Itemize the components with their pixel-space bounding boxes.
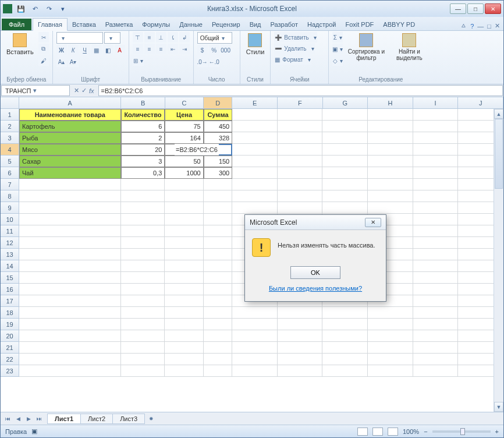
cell[interactable] xyxy=(413,319,459,330)
window-close-icon[interactable]: ✕ xyxy=(495,22,500,30)
cell[interactable] xyxy=(165,365,203,377)
cell[interactable] xyxy=(204,330,232,342)
cell[interactable] xyxy=(322,179,368,190)
cell[interactable]: Чай xyxy=(19,167,121,179)
orientation-icon[interactable]: ⤹ xyxy=(168,32,178,43)
cell[interactable] xyxy=(204,260,232,272)
row-header[interactable]: 13 xyxy=(1,249,19,260)
align-right-icon[interactable]: ≡ xyxy=(156,44,166,54)
cell[interactable] xyxy=(204,249,232,260)
cell[interactable] xyxy=(232,121,278,132)
cell[interactable]: Наименование товара xyxy=(19,109,121,121)
tab-data[interactable]: Данные xyxy=(175,19,207,30)
cell[interactable] xyxy=(368,319,413,330)
tab-review[interactable]: Рецензир xyxy=(207,19,245,30)
align-middle-icon[interactable]: ≡ xyxy=(144,32,155,43)
cell[interactable] xyxy=(278,330,323,342)
vertical-scrollbar[interactable]: ▲ ▼ xyxy=(494,109,503,412)
increase-decimal-icon[interactable]: .0→ xyxy=(197,56,208,67)
row-header[interactable]: 15 xyxy=(1,272,19,284)
cell[interactable] xyxy=(204,342,232,354)
sheet-tab-1[interactable]: Лист1 xyxy=(47,414,81,424)
cell[interactable] xyxy=(165,272,203,284)
cell[interactable]: 450 xyxy=(204,121,232,132)
border-icon[interactable]: ▦ xyxy=(91,45,102,55)
cell[interactable] xyxy=(121,365,165,377)
cell[interactable] xyxy=(413,121,459,132)
cell[interactable] xyxy=(368,307,413,319)
fx-icon[interactable]: fx xyxy=(89,87,94,94)
zoom-slider[interactable] xyxy=(432,430,491,433)
cell[interactable] xyxy=(121,202,165,214)
cell[interactable] xyxy=(413,307,459,319)
cell[interactable] xyxy=(278,342,323,354)
cell[interactable] xyxy=(204,365,232,377)
cut-icon[interactable]: ✂ xyxy=(38,32,49,43)
scroll-thumb[interactable] xyxy=(495,119,503,189)
dialog-close-button[interactable]: ✕ xyxy=(365,218,381,227)
currency-icon[interactable]: $ xyxy=(197,45,208,55)
tab-file[interactable]: Файл xyxy=(2,19,31,30)
cell[interactable] xyxy=(322,190,368,202)
cell[interactable] xyxy=(165,225,203,237)
cell[interactable] xyxy=(413,190,459,202)
cell[interactable] xyxy=(19,214,121,225)
cell[interactable] xyxy=(413,109,459,121)
cell[interactable] xyxy=(165,202,203,214)
cell[interactable] xyxy=(121,342,165,354)
cell[interactable] xyxy=(322,109,368,121)
cell[interactable] xyxy=(232,144,278,156)
tab-view[interactable]: Вид xyxy=(245,19,266,30)
enter-formula-icon[interactable]: ✓ xyxy=(81,87,87,94)
cell[interactable] xyxy=(278,132,323,144)
cell[interactable]: 1000 xyxy=(165,167,203,179)
cell[interactable] xyxy=(232,109,278,121)
cell[interactable] xyxy=(278,319,323,330)
copy-icon[interactable]: ⧉ xyxy=(38,44,49,54)
cell[interactable] xyxy=(368,132,413,144)
cell[interactable] xyxy=(278,190,323,202)
undo-icon[interactable]: ↶ xyxy=(30,3,40,14)
align-top-icon[interactable]: ⊤ xyxy=(133,32,143,43)
cell[interactable]: 150 xyxy=(204,156,232,167)
zoom-out-icon[interactable]: − xyxy=(424,428,427,435)
cell[interactable] xyxy=(278,167,323,179)
row-header[interactable]: 8 xyxy=(1,190,19,202)
select-all-corner[interactable] xyxy=(1,97,19,108)
scroll-down-icon[interactable]: ▼ xyxy=(494,402,503,412)
cell[interactable] xyxy=(368,365,413,377)
sheet-last-icon[interactable]: ⏭ xyxy=(34,414,44,423)
cell[interactable] xyxy=(413,342,459,354)
cell[interactable] xyxy=(278,179,323,190)
cell[interactable]: 164 xyxy=(165,132,203,144)
insert-cells-button[interactable]: ➕ Вставить xyxy=(274,32,317,43)
row-header[interactable]: 23 xyxy=(1,365,19,377)
view-page-break-icon[interactable] xyxy=(388,428,398,436)
cell[interactable] xyxy=(121,319,165,330)
help-icon[interactable]: ? xyxy=(470,23,474,30)
format-painter-icon[interactable]: 🖌 xyxy=(38,55,49,66)
cell[interactable] xyxy=(121,330,165,342)
row-header[interactable]: 16 xyxy=(1,284,19,295)
styles-button[interactable]: Стили xyxy=(244,32,267,56)
cell[interactable] xyxy=(19,249,121,260)
cell[interactable] xyxy=(232,354,278,365)
cell[interactable] xyxy=(165,295,203,307)
cell[interactable] xyxy=(165,249,203,260)
cell[interactable] xyxy=(19,354,121,365)
col-header-H[interactable]: H xyxy=(368,97,413,108)
comma-icon[interactable]: 000 xyxy=(221,45,231,55)
format-cells-button[interactable]: ▦ Формат xyxy=(274,54,311,65)
tab-abbyy[interactable]: ABBYY PD xyxy=(378,19,420,30)
tab-insert[interactable]: Вставка xyxy=(68,19,101,30)
cell[interactable] xyxy=(204,295,232,307)
increase-font-icon[interactable]: A▴ xyxy=(56,56,67,67)
cell[interactable] xyxy=(204,202,232,214)
cell[interactable] xyxy=(19,365,121,377)
delete-cells-button[interactable]: ➖ Удалить xyxy=(274,43,314,54)
cell[interactable] xyxy=(322,319,368,330)
cell[interactable] xyxy=(121,260,165,272)
cell[interactable] xyxy=(232,156,278,167)
cell[interactable] xyxy=(322,156,368,167)
cell[interactable] xyxy=(413,237,459,249)
